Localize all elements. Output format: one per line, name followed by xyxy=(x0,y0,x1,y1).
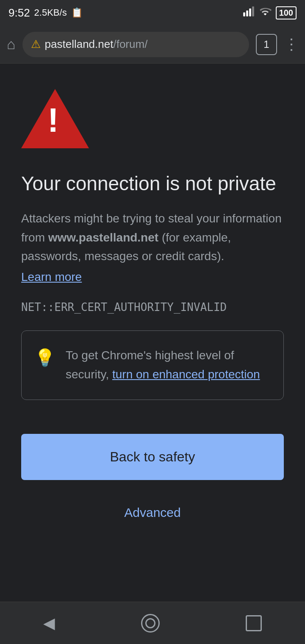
recents-button[interactable] xyxy=(246,615,262,631)
error-code: NET::ERR_CERT_AUTHORITY_INVALID xyxy=(21,301,284,314)
svg-rect-0 xyxy=(243,12,245,16)
status-data-speed: 2.5KB/s xyxy=(34,7,67,18)
wifi-icon xyxy=(259,6,272,20)
learn-more-link[interactable]: Learn more xyxy=(21,270,284,284)
security-text: To get Chrome's highest level of securit… xyxy=(66,346,271,384)
tab-count[interactable]: 1 xyxy=(256,34,277,55)
warning-icon-small: ⚠ xyxy=(31,38,41,51)
back-button[interactable]: ◀ xyxy=(43,614,55,632)
site-name: www.pastelland.net xyxy=(48,231,158,244)
url-bar[interactable]: ⚠ pastelland.net/forum/ xyxy=(22,32,249,57)
battery-indicator: 100 xyxy=(276,6,297,19)
svg-rect-2 xyxy=(249,8,251,17)
lightbulb-icon: 💡 xyxy=(34,348,55,368)
home-icon[interactable]: ⌂ xyxy=(7,36,16,53)
nav-bar: ◀ xyxy=(0,602,305,644)
status-right: 100 xyxy=(243,6,297,20)
back-to-safety-button[interactable]: Back to safety xyxy=(21,434,284,480)
url-path: /forum/ xyxy=(113,38,147,50)
status-bar: 9:52 2.5KB/s 📋 100 xyxy=(0,0,305,25)
signal-icon xyxy=(243,6,255,20)
url-text: pastelland.net/forum/ xyxy=(45,38,148,51)
advanced-button[interactable]: Advanced xyxy=(21,497,284,528)
error-description: Attackers might be trying to steal your … xyxy=(21,209,284,266)
svg-rect-3 xyxy=(252,6,254,16)
url-domain: pastelland.net xyxy=(45,38,114,50)
warning-triangle-container xyxy=(21,89,284,150)
status-left: 9:52 2.5KB/s 📋 xyxy=(8,6,83,19)
error-heading: Your connection is not private xyxy=(21,171,284,197)
menu-icon[interactable]: ⋮ xyxy=(284,36,298,53)
warning-triangle-icon xyxy=(21,89,89,148)
sim-icon: 📋 xyxy=(71,7,83,18)
main-content: Your connection is not private Attackers… xyxy=(0,64,305,602)
svg-rect-1 xyxy=(246,11,248,17)
enhanced-protection-link[interactable]: turn on enhanced protection xyxy=(112,368,260,381)
status-time: 9:52 xyxy=(8,6,30,19)
home-button[interactable] xyxy=(141,614,160,633)
address-bar: ⌂ ⚠ pastelland.net/forum/ 1 ⋮ xyxy=(0,25,305,64)
security-box: 💡 To get Chrome's highest level of secur… xyxy=(21,330,284,400)
